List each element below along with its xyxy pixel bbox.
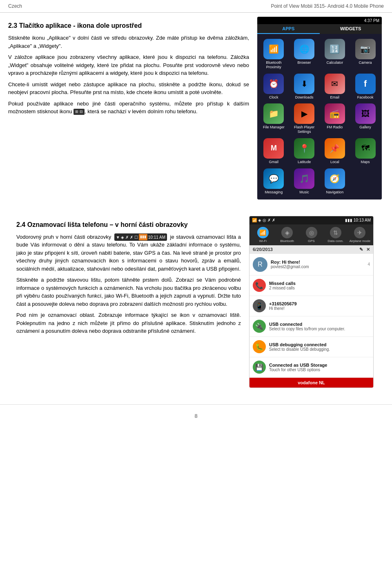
- page-number: 8: [194, 413, 197, 419]
- qs-data-icon: ⇅: [330, 227, 341, 238]
- notif-title-roy: Roy: Hi there!: [271, 260, 366, 264]
- phone-status-bar-1: 4:37 PM: [257, 17, 382, 24]
- section1-para-3: Chcete-li umístit widget nebo zástupce a…: [8, 81, 249, 96]
- app-bluetooth-proximity[interactable]: 📶 BluetoothProximity: [259, 37, 289, 71]
- notif-subtitle-usb: Select to copy files to/from your comput…: [269, 327, 370, 331]
- app-icon-local: 📌: [325, 138, 345, 159]
- phone-screen-apps: 4:37 PM APPS WIDGETS 📶 BluetoothProximit…: [257, 17, 382, 199]
- section2-phone: 📶 ◈ ◎ ✗ ✗ ▮▮▮ 10:13 AM 📶 Wi-Fi: [249, 216, 376, 388]
- qs-gps[interactable]: ◎ GPS: [300, 227, 323, 243]
- notif-title-usbstorage: Connected as USB Storage: [269, 363, 370, 368]
- app-flashplayer[interactable]: ▶ Flash Player Settings: [290, 102, 319, 136]
- notif-usb-debugging[interactable]: 🐛 USB debugging connected Select to disa…: [249, 337, 373, 357]
- app-label-bluetooth: BluetoothProximity: [266, 61, 281, 69]
- notif-title-phone: +3165205679: [269, 301, 370, 306]
- qs-airplane[interactable]: ✈ Airplane mode: [348, 227, 372, 243]
- app-icon-browser: 🌐: [294, 39, 314, 59]
- app-icon-filemanager: 📁: [263, 103, 284, 124]
- app-facebook[interactable]: f Facebook: [350, 72, 380, 101]
- missed-calls-icon: 📞: [253, 279, 266, 292]
- app-icon-camera: 📷: [355, 39, 376, 59]
- notif-title-usb: USB connected: [269, 322, 370, 327]
- qs-data[interactable]: ⇅ Data conn.: [324, 227, 347, 243]
- app-label-gmail: Gmail: [269, 160, 279, 164]
- section2-divider: 2.4 Oznamovací lišta telefonu – v horní …: [0, 208, 392, 392]
- qs-wifi-icon: 📶: [257, 227, 269, 238]
- app-gallery[interactable]: 🖼 Gallery: [350, 102, 380, 136]
- app-icon-latitude: 📍: [294, 138, 314, 159]
- app-label-gallery: Gallery: [359, 125, 371, 130]
- notif-subtitle-usbstorage: Touch for other USB options: [269, 368, 370, 372]
- section1-heading: 2.3 Tlačítko aplikace - ikona dole upros…: [8, 21, 249, 31]
- status-bar-inline-icons: ▼ ◈ ✗ ✗ ☐: [116, 234, 138, 240]
- app-downloads[interactable]: ⬇ Downloads: [290, 72, 319, 101]
- notif-icon-wifi: 📶: [252, 218, 257, 222]
- app-clock[interactable]: ⏰ Clock: [259, 72, 289, 101]
- notif-subtitle-usbdbg: Select to disable USB debugging.: [269, 347, 370, 352]
- app-maps[interactable]: 🗺 Maps: [350, 137, 380, 166]
- app-label-browser: Browser: [298, 61, 311, 65]
- notif-icons-right: ▮▮▮ 10:13 AM: [345, 218, 371, 222]
- notif-roy[interactable]: R Roy: Hi there! povtest2@gmail.com 4: [249, 254, 373, 276]
- notif-body-usb: USB connected Select to copy files to/fr…: [269, 322, 370, 331]
- notif-title-missed: Missed calls: [269, 281, 370, 286]
- qs-wifi[interactable]: 📶 Wi-Fi: [251, 227, 274, 243]
- app-label-navigation: Navigation: [326, 190, 344, 195]
- tab-widgets[interactable]: WIDGETS: [320, 24, 382, 34]
- app-gmail[interactable]: M Gmail: [259, 137, 289, 166]
- app-messaging[interactable]: 💬 Messaging: [259, 167, 289, 196]
- qs-bluetooth[interactable]: ◈ Bluetooth: [275, 227, 298, 243]
- app-label-clock: Clock: [269, 95, 278, 100]
- app-filemanager[interactable]: 📁 File Manager: [259, 102, 289, 136]
- notif-date-actions: ✎ ✕: [359, 247, 370, 252]
- app-label-local: Local: [330, 160, 339, 164]
- app-music[interactable]: 🎵 Music: [290, 167, 319, 196]
- notif-phone-number[interactable]: 📱 +3165205679 Hi there!: [249, 296, 373, 316]
- app-icon-clock: ⏰: [263, 74, 284, 94]
- app-camera[interactable]: 📷 Camera: [350, 37, 380, 71]
- notif-date: 6/20/2013: [253, 247, 273, 252]
- header-left: Czech: [8, 3, 22, 9]
- app-latitude[interactable]: 📍 Latitude: [290, 137, 319, 166]
- app-label-flashplayer: Flash Player Settings: [290, 125, 318, 134]
- app-icon-downloads: ⬇: [294, 74, 314, 94]
- qs-bt-icon: ◈: [281, 227, 293, 238]
- notif-missed-calls[interactable]: 📞 Missed calls 2 missed calls: [249, 276, 373, 296]
- notif-signal: ▮▮▮: [345, 218, 352, 222]
- tab-apps[interactable]: APPS: [257, 24, 320, 34]
- usb-connected-icon: 🔌: [253, 320, 266, 333]
- notif-title-usbdbg: USB debugging connected: [269, 342, 370, 347]
- usb-storage-icon: 💾: [253, 361, 266, 374]
- notif-usb-storage[interactable]: 💾 Connected as USB Storage Touch for oth…: [249, 357, 373, 378]
- section2-text: 2.4 Oznamovací lišta telefonu – v horní …: [16, 216, 241, 388]
- qs-wifi-label: Wi-Fi: [259, 239, 267, 243]
- section1: 2.3 Tlačítko aplikace - ikona dole upros…: [0, 13, 392, 208]
- notif-date-bar: 6/20/2013 ✎ ✕: [249, 245, 373, 254]
- notif-usb-connected[interactable]: 🔌 USB connected Select to copy files to/…: [249, 316, 373, 337]
- notif-list: R Roy: Hi there! povtest2@gmail.com 4 📞 …: [249, 254, 373, 378]
- header-right: Point of View Mobii 3515- Android 4.0 Mo…: [271, 3, 384, 9]
- qs-data-label: Data conn.: [328, 239, 344, 243]
- section2: 2.4 Oznamovací lišta telefonu – v horní …: [8, 212, 384, 392]
- notif-icons-left: 📶 ◈ ◎ ✗ ✗: [252, 218, 275, 222]
- notif-body-phone: +3165205679 Hi there!: [269, 301, 370, 311]
- page-header: Czech Point of View Mobii 3515- Android …: [0, 0, 392, 13]
- app-browser[interactable]: 🌐 Browser: [290, 37, 319, 71]
- close-all-icon[interactable]: ✕: [366, 247, 370, 252]
- phone-screen-notifications: 📶 ◈ ◎ ✗ ✗ ▮▮▮ 10:13 AM 📶 Wi-Fi: [249, 216, 374, 388]
- edit-icon[interactable]: ✎: [359, 247, 363, 252]
- time-inline: 10:11 AM: [148, 234, 165, 240]
- app-email[interactable]: ✉ Email: [320, 72, 350, 101]
- app-empty: [350, 167, 380, 196]
- app-label-camera: Camera: [359, 61, 372, 65]
- section1-phone: 4:37 PM APPS WIDGETS 📶 BluetoothProximit…: [257, 17, 384, 204]
- app-tab-bar: APPS WIDGETS: [257, 24, 382, 34]
- app-icon-gmail: M: [263, 138, 284, 159]
- app-calculator[interactable]: 🔢 Calculator: [320, 37, 350, 71]
- status-time-1: 4:37 PM: [364, 18, 379, 23]
- app-navigation[interactable]: 🧭 Navigation: [320, 167, 350, 196]
- app-local[interactable]: 📌 Local: [320, 137, 350, 166]
- notif-subtitle-missed: 2 missed calls: [269, 286, 370, 290]
- app-fmradio[interactable]: 📻 FM Radio: [320, 102, 350, 136]
- app-label-latitude: Latitude: [298, 160, 311, 164]
